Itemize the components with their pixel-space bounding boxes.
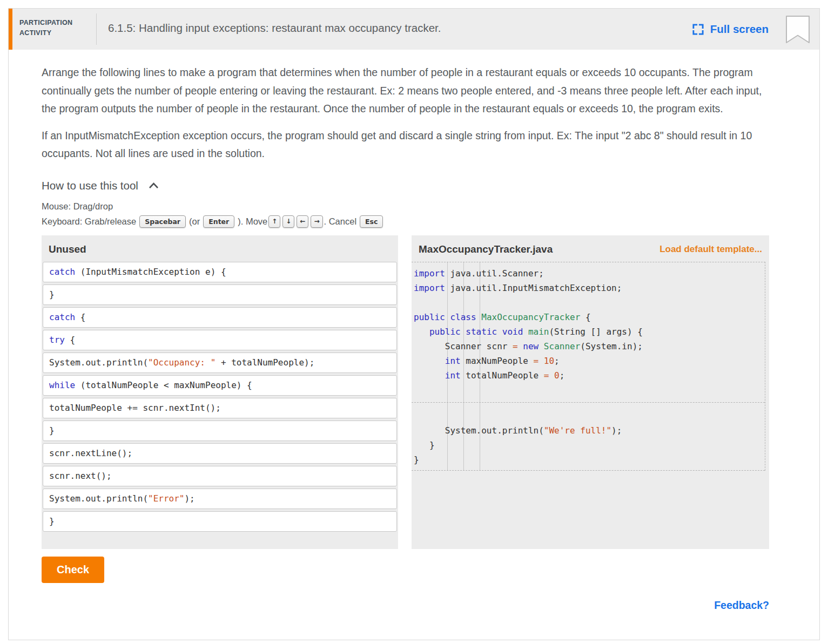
activity-container: PARTICIPATION ACTIVITY 6.1.5: Handling i… [8,8,820,640]
code-token-plain: scnr.next(); [49,471,112,481]
unused-lines-area[interactable]: catch (InputMismatchException e) {}catch… [42,262,398,532]
code-token-plain: + totalNumPeople); [216,357,314,368]
draggable-code-line[interactable]: scnr.next(); [43,466,397,486]
arrow-down-key-icon: ↓ [282,215,294,228]
code-token-kw: while [49,380,75,390]
unused-panel-title: Unused [49,243,86,255]
code-token-kw: import [414,283,445,293]
bookmark-button[interactable] [785,15,811,44]
code-token-str: "Error" [148,493,184,504]
code-token-plain: java.util.InputMismatchException; [445,283,622,293]
mouse-help-line: Mouse: Drag/drop [42,199,769,214]
feedback-link[interactable]: Feedback? [714,599,769,611]
draggable-code-line[interactable]: } [43,511,397,532]
code-token-plain: ; [554,356,560,366]
code-token-type: main [528,327,549,337]
template-code-line: public class MaxOccupancyTracker { [414,310,765,324]
draggable-code-line[interactable]: scnr.nextLine(); [43,443,397,464]
template-code-line: import java.util.Scanner; [414,266,765,281]
draggable-code-line[interactable]: totalNumPeople += scnr.nextInt(); [43,398,397,418]
code-token-plain: maxNumPeople [461,356,534,366]
accent-bar [9,9,12,50]
code-token-plain [414,327,429,337]
code-token-plain: totalNumPeople [461,370,544,381]
template-code-line: int maxNumPeople = 10; [414,354,765,368]
keyboard-help-move: ). Move [238,214,267,229]
code-token-kw: import [414,268,445,279]
code-token-plain [445,312,450,322]
enter-key: Enter [203,215,234,228]
how-to-use-toggle[interactable]: How to use this tool [42,179,769,192]
code-token-plain [538,341,544,351]
code-token-plain [538,356,544,366]
code-token-plain: Scanner scnr [414,341,513,351]
unused-panel-header: Unused [42,235,398,262]
feedback-row: Feedback? [42,599,769,617]
code-dropzones: import java.util.Scanner;import java.uti… [412,262,765,471]
template-code-line [414,295,765,310]
activity-header: PARTICIPATION ACTIVITY 6.1.5: Handling i… [9,9,819,50]
code-token-plain [414,370,445,381]
code-token-plain: ; [560,370,565,381]
code-token-kw: int [445,370,461,381]
participation-activity-label: PARTICIPATION ACTIVITY [12,9,96,50]
template-code-line: import java.util.InputMismatchException; [414,281,765,295]
check-button[interactable]: Check [42,557,104,583]
code-token-plain [497,327,502,337]
draggable-code-line[interactable]: } [43,421,397,441]
code-token-plain: (String [] args) { [549,327,642,337]
code-token-plain [461,327,466,337]
code-token-str: "We're full!" [544,425,611,436]
draggable-code-line[interactable]: } [43,284,397,305]
code-token-kw: public [414,312,445,322]
code-token-plain: (InputMismatchException e) { [75,267,226,277]
code-token-kw: public [429,327,461,337]
code-token-type: MaxOccupancyTracker [481,312,580,322]
draggable-code-line[interactable]: System.out.println("Occupancy: " + total… [43,352,397,373]
code-token-plain: scnr.nextLine(); [49,448,132,458]
code-token-plain: { [65,335,75,345]
dropzone-region-1[interactable]: import java.util.Scanner;import java.uti… [412,262,765,403]
keyboard-help-line: Keyboard: Grab/release Spacebar (or Ente… [42,214,769,229]
template-code-line: int totalNumPeople = 0; [414,368,765,383]
code-token-plain: totalNumPeople += scnr.nextInt(); [49,403,221,413]
arrow-up-key-icon: ↑ [268,215,280,228]
target-panel: MaxOccupancyTracker.java Load default te… [412,235,769,549]
code-token-plain: ); [611,425,622,436]
draggable-code-line[interactable]: catch (InputMismatchException e) { [43,262,397,282]
arrow-left-key-icon: ← [297,215,308,228]
spacebar-key: Spacebar [139,215,186,228]
code-token-plain: (totalNumPeople < maxNumPeople) { [75,380,252,390]
code-token-plain [518,341,523,351]
template-code-line: Scanner scnr = new Scanner(System.in); [414,339,765,354]
activity-title: 6.1.5: Handling input exceptions: restau… [97,9,692,50]
fullscreen-button[interactable]: Full screen [692,23,769,36]
template-code-line: } [414,438,765,452]
fullscreen-icon [692,23,704,36]
code-token-kw: catch [49,267,75,277]
esc-key: Esc [360,215,383,228]
template-code-line: public static void main(String [] args) … [414,324,765,339]
how-to-use-label: How to use this tool [42,179,138,192]
instructions-paragraph-2: If an InputMismatchException exception o… [42,127,765,163]
code-token-plain: ); [184,493,194,504]
code-token-plain [549,370,554,381]
code-token-plain: System.out.println( [414,425,544,436]
draggable-code-line[interactable]: try { [43,330,397,350]
code-token-kw: void [502,327,523,337]
code-token-kw: class [450,312,476,322]
code-token-plain: } [49,425,55,436]
draggable-code-line[interactable]: while (totalNumPeople < maxNumPeople) { [43,375,397,396]
dropzone-region-2[interactable]: System.out.println("We're full!"); }} [412,403,765,471]
code-token-plain [476,312,482,322]
code-token-num: 10 [544,356,554,366]
draggable-code-line[interactable]: catch { [43,307,397,328]
chevron-up-icon [149,182,159,189]
fullscreen-label: Full screen [710,23,769,36]
draggable-code-line[interactable]: System.out.println("Error"); [43,489,397,509]
code-token-kw: new [523,341,538,351]
code-token-plain [414,356,445,366]
load-default-template-link[interactable]: Load default template... [659,244,762,255]
bookmark-icon [785,15,811,44]
code-token-str: "Occupancy: " [148,357,216,368]
